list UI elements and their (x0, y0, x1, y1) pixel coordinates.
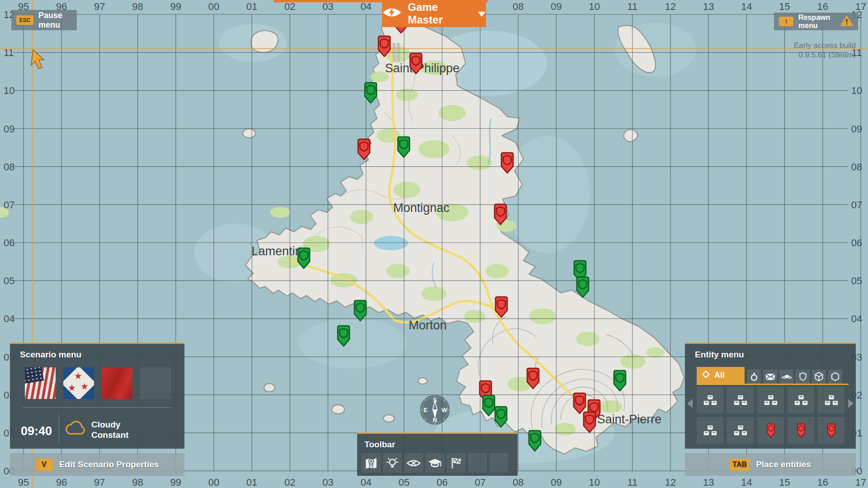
toolbar-button-graduation-cap[interactable] (425, 453, 444, 473)
grid-label-top: 02 (284, 1, 295, 12)
build-version-line1: Early access build (794, 41, 856, 50)
grid-label-top: 14 (741, 1, 752, 12)
place-entities-label: Place entities (756, 460, 811, 469)
compass-right-label: W (442, 407, 448, 413)
scenario-weather[interactable]: Cloudy Constant (91, 419, 128, 440)
build-version-line2: 0.9.5.61 (Steam) (794, 50, 856, 60)
entity-tile-group[interactable] (727, 417, 754, 444)
grid-label-top: 99 (170, 1, 181, 12)
entity-tile-group[interactable] (818, 387, 844, 413)
weather-line2: Constant (91, 430, 128, 440)
entity-tile-red-marker[interactable] (818, 417, 844, 444)
respawn-key-badge: ! (779, 17, 793, 26)
checkered-flag-icon (449, 456, 463, 470)
entity-tile-group[interactable] (697, 417, 723, 444)
divider (23, 407, 172, 408)
grid-label-left: 08 (4, 161, 14, 173)
diamond-icon (702, 371, 710, 380)
grid-label-bottom: 03 (322, 477, 333, 488)
entity-menu-panel: Entity menu All (685, 343, 856, 449)
grid-label-bottom: 95 (18, 477, 29, 488)
toolbar-slot-empty[interactable] (489, 453, 508, 473)
fia-flag[interactable]: ★★★ (63, 367, 94, 399)
entity-tab-envelope[interactable] (763, 370, 777, 384)
entity-tab-cube[interactable] (812, 370, 826, 384)
group-icon (733, 394, 748, 407)
grid-label-right: 06 (851, 237, 862, 249)
grid-label-bottom: 01 (246, 477, 257, 488)
hexagon-icon (831, 372, 840, 381)
map-pin-icon (364, 456, 378, 470)
grid-label-bottom: 04 (360, 477, 371, 488)
grid-label-bottom: 97 (94, 477, 105, 488)
compass-left-label: E (424, 407, 428, 413)
edit-scenario-properties-label: Edit Scenario Properties (59, 460, 159, 469)
grid-label-bottom: 96 (56, 477, 67, 488)
entity-tile-group[interactable] (788, 387, 814, 413)
toolbar-button-checkered-flag[interactable] (447, 453, 466, 473)
edit-scenario-properties-bar[interactable]: V Edit Scenario Properties (10, 453, 184, 476)
game-master-eye-icon (382, 6, 402, 21)
toolbar-button-lightbulb[interactable] (383, 453, 402, 473)
grid-label-bottom: 07 (475, 477, 486, 488)
soviet-flag[interactable] (102, 367, 132, 399)
scenario-time[interactable]: 09:40 (21, 424, 52, 438)
compass-top-label: S (433, 397, 437, 404)
compass-bottom-label: N (433, 417, 437, 423)
grid-label-top: 10 (589, 1, 599, 12)
town-label: Lamentin (251, 244, 302, 258)
grid-label-right: 10 (851, 85, 862, 96)
grid-label-bottom: 99 (170, 477, 181, 488)
graduation-cap-icon (428, 457, 442, 469)
entity-tab-all[interactable]: All (697, 367, 745, 384)
entity-tab-hexagon[interactable] (828, 370, 842, 384)
place-entities-bar[interactable]: TAB Place entities (685, 453, 856, 476)
toolbar-button-map-pin[interactable] (362, 453, 381, 473)
page-right-arrow[interactable] (848, 399, 854, 408)
entity-tile-group[interactable] (697, 387, 723, 413)
entity-tile-red-marker[interactable] (757, 417, 784, 444)
entity-menu-title: Entity menu (695, 350, 744, 360)
toolbar-button-eye-off[interactable] (404, 453, 423, 473)
grid-label-top: 01 (246, 1, 257, 12)
star-icon: ★ (74, 371, 82, 380)
us-flag[interactable] (25, 367, 56, 399)
group-icon (703, 394, 718, 407)
entity-tab-character[interactable] (747, 370, 761, 384)
grid-label-left: 07 (4, 199, 14, 211)
grid-label-bottom: 11 (627, 477, 637, 488)
eye-off-icon (406, 457, 421, 469)
grid-label-top: 16 (817, 1, 828, 12)
entity-tab-shield[interactable] (796, 370, 810, 384)
town-label: Morton (409, 319, 447, 332)
respawn-menu-button[interactable]: ! Respawn menu (774, 13, 858, 30)
town-label: Montignac (393, 201, 450, 215)
grid-label-left: 10 (4, 85, 14, 96)
game-master-banner[interactable]: Game Master (382, 0, 486, 27)
grid-label-top: 00 (208, 1, 219, 12)
grid-label-right: 05 (851, 275, 862, 286)
star-icon: ★ (80, 382, 89, 391)
chevron-down-icon[interactable] (477, 7, 486, 20)
grid-label-bottom: 15 (779, 477, 790, 488)
town-label: Saint-Pierre (597, 413, 662, 426)
grid-label-bottom: 05 (399, 477, 410, 488)
tab-key-badge: TAB (730, 459, 750, 471)
esc-key-badge: ESC (16, 15, 33, 25)
entity-tab-vehicle[interactable] (779, 370, 793, 384)
entity-tile-group[interactable] (727, 387, 754, 413)
grid-label-left: 06 (4, 237, 14, 249)
grid-label-left: 04 (4, 313, 14, 324)
grid-label-bottom: 98 (132, 477, 143, 488)
entity-tile-red-marker[interactable] (788, 417, 814, 444)
empty-slot[interactable] (140, 367, 171, 399)
scenario-menu-panel: Scenario menu ★★★ 09:40 Cloudy Constant (10, 343, 184, 449)
star-icon: ★ (68, 383, 76, 392)
entity-tile-group[interactable] (757, 387, 784, 413)
entity-tab-label: All (714, 371, 725, 380)
toolbar-slot-empty[interactable] (468, 453, 487, 473)
page-left-arrow[interactable] (687, 399, 693, 408)
grid-label-top: 13 (703, 1, 714, 12)
entity-category-tabs: All (697, 366, 849, 385)
pause-menu-button[interactable]: ESC Pause menu (11, 10, 77, 30)
